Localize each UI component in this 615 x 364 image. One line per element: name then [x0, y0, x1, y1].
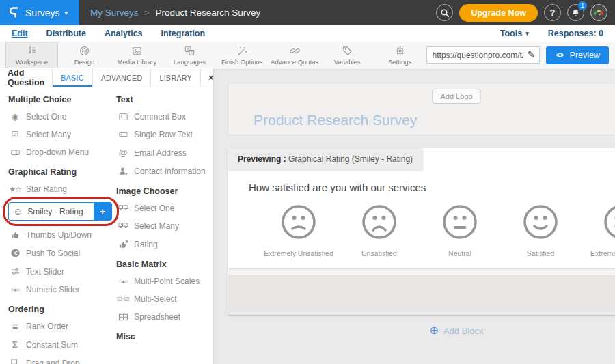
smiley-option-unsatisfied[interactable]: Unsatisfied — [339, 204, 420, 257]
search-button[interactable] — [436, 4, 453, 21]
item-label: Comment Box — [134, 112, 186, 122]
smiley-option-extremely-satisfied[interactable]: Extremely Satisfied — [581, 204, 615, 257]
sidebar-item-image-select-one[interactable]: Select One — [116, 204, 212, 213]
upgrade-now-button[interactable]: Upgrade Now — [459, 4, 538, 22]
add-block-label: Add Block — [443, 326, 484, 336]
breadcrumb-my-surveys[interactable]: My Surveys — [90, 8, 139, 18]
toolbar-workspace-button[interactable]: Workspace — [5, 42, 58, 68]
chevron-down-icon: ▾ — [525, 30, 529, 37]
spreadsheet-grid-icon — [116, 313, 130, 322]
question-text[interactable]: How satisfied are you with our services — [249, 182, 615, 193]
tab-distribute[interactable]: Distribute — [46, 29, 86, 38]
main-layout: Add Question BASIC ADVANCED LIBRARY × Mu… — [0, 68, 615, 364]
sidebar-item-rank-order[interactable]: ≣ Rank Order — [8, 322, 116, 331]
smiley-option-label: Extremely Satisfied — [590, 249, 615, 257]
smiley-grin-icon — [603, 204, 615, 240]
sidebar-item-multi-select[interactable]: ☑○☑ Multi-Select — [116, 294, 212, 304]
toolbar-media-library-button[interactable]: Media Library — [111, 42, 163, 68]
survey-canvas: Add Logo Product Research Survey Preview… — [214, 68, 615, 364]
sidebar-item-push-to-social[interactable]: Push To Social — [8, 248, 116, 258]
sidebar-item-comment-box[interactable]: Comment Box — [116, 112, 212, 122]
smiley-option-label: Extremely Unsatisfied — [264, 249, 333, 257]
drag-cursor-icon — [8, 358, 22, 364]
toolbar-advance-quotas-button[interactable]: Advance Quotas — [269, 42, 321, 68]
dropdown-icon — [8, 148, 22, 157]
numeric-slider-icon: ○●○ — [8, 286, 22, 293]
smiley-rating-item[interactable]: ☺ Smiley - Rating + — [8, 202, 112, 221]
preview-button[interactable]: Preview — [546, 46, 609, 64]
section-basic-matrix: Basic Matrix ○●○ Multi-Point Scales ☑○☑ … — [116, 260, 212, 322]
sidebar-item-drag-and-drop[interactable]: Drag and Drop — [8, 358, 116, 364]
tools-label: Tools — [500, 29, 522, 38]
translate-icon: A — [184, 45, 195, 57]
add-question-sidebar: Add Question BASIC ADVANCED LIBRARY × Mu… — [0, 68, 214, 364]
toolbar-settings-button[interactable]: Settings — [374, 42, 426, 68]
toolbar-item-label: Media Library — [118, 58, 157, 66]
tab-advanced[interactable]: ADVANCED — [93, 68, 152, 87]
item-label: Contact Information — [134, 167, 206, 176]
add-logo-button[interactable]: Add Logo — [432, 89, 480, 104]
toolbar-design-button[interactable]: Design — [58, 42, 111, 68]
help-button[interactable]: ? — [544, 4, 561, 21]
toolbar-finish-options-button[interactable]: Finish Options — [216, 42, 269, 68]
sidebar-item-single-row-text[interactable]: Single Row Text — [116, 130, 212, 139]
sidebar-item-multi-point-scales[interactable]: ○●○ Multi-Point Scales — [116, 277, 212, 286]
survey-title[interactable]: Product Research Survey — [254, 112, 417, 128]
sidebar-column-2: Text Comment Box Single Row Text @ Email… — [116, 95, 212, 364]
tab-edit[interactable]: Edit — [12, 29, 28, 38]
item-label: Push To Social — [26, 249, 80, 258]
section-ordering: Ordering ≣ Rank Order Σ Constant Sum Dra… — [8, 305, 116, 364]
add-block-button[interactable]: ⊕ Add Block — [228, 325, 615, 336]
sidebar-item-image-select-many[interactable]: Select Many — [116, 221, 212, 231]
section-text: Text Comment Box Single Row Text @ Email… — [116, 95, 212, 176]
avatar[interactable] — [590, 4, 607, 21]
notifications-button[interactable]: 1 — [567, 4, 584, 21]
survey-nav-tabs: Edit Distribute Analytics Integration — [12, 29, 205, 38]
item-label: Email Address — [134, 148, 187, 158]
sidebar-item-email-address[interactable]: @ Email Address — [116, 148, 212, 158]
survey-url-input[interactable] — [426, 46, 540, 64]
toolbar-item-label: Workspace — [16, 58, 48, 66]
tab-integration[interactable]: Integration — [161, 29, 206, 38]
toolbar-item-label: Advance Quotas — [271, 58, 318, 66]
sidebar-item-dropdown-menu[interactable]: Drop-down Menu — [8, 148, 116, 157]
top-bar: Surveys ▾ My Surveys > Product Research … — [0, 0, 615, 25]
smiley-option-satisfied[interactable]: Satisfied — [500, 204, 581, 257]
gear-icon — [394, 45, 406, 57]
tab-library[interactable]: LIBRARY — [151, 68, 201, 87]
item-label: Single Row Text — [134, 130, 193, 139]
survey-nav-row: Edit Distribute Analytics Integration To… — [0, 25, 615, 42]
sidebar-item-spreadsheet[interactable]: Spreadsheet — [116, 312, 212, 322]
smiley-icon: ☺ — [13, 206, 23, 217]
app-logo-menu[interactable]: Surveys ▾ — [0, 0, 79, 25]
sidebar-item-contact-information[interactable]: Contact Information — [116, 166, 212, 176]
sidebar-item-select-many[interactable]: ☑ Select Many — [8, 130, 116, 139]
tab-analytics[interactable]: Analytics — [105, 29, 143, 38]
sidebar-item-thumbs-up-down[interactable]: Thumbs Up/Down — [8, 229, 116, 240]
previewing-tab: Previewing : Graphical Rating (Smiley - … — [228, 148, 422, 170]
section-title: Basic Matrix — [116, 260, 212, 269]
sidebar-item-text-slider[interactable]: Text Slider — [8, 266, 116, 277]
previewing-label: Previewing : — [238, 154, 286, 164]
tab-basic[interactable]: BASIC — [53, 68, 93, 87]
add-smiley-question-button[interactable]: + — [94, 203, 111, 220]
smiley-option-extremely-unsatisfied[interactable]: Extremely Unsatisfied — [258, 204, 339, 257]
tools-menu[interactable]: Tools ▾ — [500, 29, 529, 38]
toolbar-item-label: Settings — [388, 58, 411, 66]
magic-wand-icon — [236, 45, 248, 57]
edit-url-pencil-icon[interactable]: ✎ — [528, 49, 535, 59]
thumbs-up-icon — [8, 229, 22, 240]
sidebar-item-star-rating[interactable]: ★☆ Star Rating — [8, 184, 116, 194]
toolbar-variables-button[interactable]: Variables — [321, 42, 374, 68]
toolbar-languages-button[interactable]: A Languages — [163, 42, 216, 68]
sidebar-item-image-rating[interactable]: Rating — [116, 239, 212, 249]
sidebar-item-numeric-slider[interactable]: ○●○ Numeric Slider — [8, 285, 116, 294]
item-label: Multi-Select — [134, 294, 177, 304]
responses-count: Responses: 0 — [548, 29, 603, 38]
comment-box-icon — [116, 112, 130, 122]
sidebar-item-select-one[interactable]: ◉ Select One — [8, 112, 116, 122]
image-icon — [131, 45, 143, 57]
sidebar-item-constant-sum[interactable]: Σ Constant Sum — [8, 339, 116, 350]
smiley-option-neutral[interactable]: Neutral — [420, 204, 500, 257]
section-title: Image Chooser — [116, 186, 212, 196]
